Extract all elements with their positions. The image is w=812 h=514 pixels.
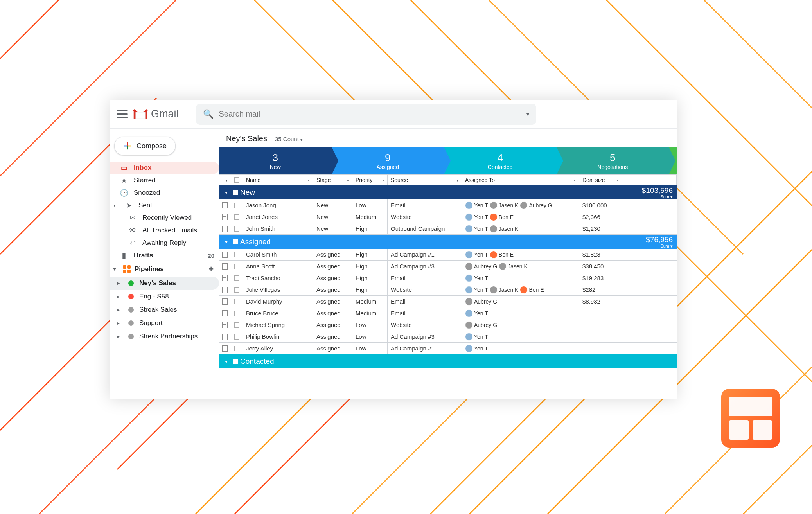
cell-name[interactable]: Traci Sancho — [243, 272, 313, 284]
row-icon[interactable] — [219, 343, 231, 354]
table-row[interactable]: David Murphy Assigned Medium Email Aubre… — [219, 296, 677, 307]
row-checkbox[interactable] — [234, 287, 239, 293]
chevron-right-icon[interactable]: ▸ — [117, 320, 123, 326]
cell-deal-size[interactable] — [579, 319, 622, 331]
cell-source[interactable]: Email — [387, 199, 462, 211]
chevron-right-icon[interactable]: ▸ — [117, 294, 123, 299]
sidebar-item-drafts[interactable]: ▮ Drafts 20 — [110, 249, 219, 262]
sidebar-item-starred[interactable]: ★ Starred — [110, 174, 219, 187]
column-priority[interactable]: Priority▾ — [352, 175, 387, 185]
row-icon[interactable] — [219, 307, 231, 319]
table-row[interactable]: Michael Spring Assigned Low Website Aubr… — [219, 319, 677, 331]
cell-assigned[interactable]: Yen TBen E — [462, 249, 579, 260]
row-checkbox[interactable] — [234, 334, 239, 340]
group-checkbox[interactable] — [233, 190, 238, 195]
chevron-down-icon[interactable]: ▾ — [221, 358, 231, 365]
group-checkbox[interactable] — [233, 359, 238, 364]
sidebar-item-snoozed[interactable]: 🕑 Snoozed — [110, 187, 219, 199]
cell-name[interactable]: Philip Bowlin — [243, 331, 313, 342]
row-checkbox[interactable] — [234, 299, 239, 304]
table-row[interactable]: John Smith New High Outbound Campaign Ye… — [219, 223, 677, 235]
cell-assigned[interactable]: Yen TJasen KBen E — [462, 284, 579, 295]
row-checkbox[interactable] — [234, 311, 239, 316]
cell-priority[interactable]: Low — [352, 199, 387, 211]
column-stage[interactable]: Stage▾ — [313, 175, 352, 185]
cell-name[interactable]: Janet Jones — [243, 211, 313, 223]
cell-deal-size[interactable] — [579, 307, 622, 319]
cell-assigned[interactable]: Yen TJasen K — [462, 223, 579, 234]
cell-priority[interactable]: High — [352, 272, 387, 284]
row-checkbox[interactable] — [234, 203, 239, 208]
cell-stage[interactable]: Assigned — [313, 261, 352, 272]
header-checkbox[interactable] — [231, 175, 243, 185]
row-checkbox[interactable] — [234, 214, 239, 220]
search-input[interactable] — [219, 110, 521, 119]
cell-source[interactable]: Website — [387, 211, 462, 223]
cell-name[interactable]: David Murphy — [243, 296, 313, 307]
row-icon[interactable] — [219, 199, 231, 211]
table-row[interactable]: Julie Villegas Assigned High Website Yen… — [219, 284, 677, 296]
cell-source[interactable]: Email — [387, 272, 462, 284]
cell-stage[interactable]: Assigned — [313, 284, 352, 295]
row-icon[interactable] — [219, 211, 231, 223]
sidebar-item-sent[interactable]: ▾ ➤ Sent — [110, 199, 219, 212]
cell-stage[interactable]: Assigned — [313, 249, 352, 260]
cell-priority[interactable]: High — [352, 223, 387, 234]
cell-priority[interactable]: High — [352, 261, 387, 272]
cell-source[interactable]: Website — [387, 284, 462, 295]
cell-deal-size[interactable]: $282 — [579, 284, 622, 295]
cell-deal-size[interactable]: $8,932 — [579, 296, 622, 307]
stage-new[interactable]: 3 New — [219, 147, 332, 174]
chevron-down-icon[interactable]: ▾ — [113, 203, 119, 208]
group-header[interactable]: ▾ Contacted — [219, 354, 677, 368]
cell-name[interactable]: Michael Spring — [243, 319, 313, 331]
table-row[interactable]: Carol Smith Assigned High Ad Campaign #1… — [219, 249, 677, 261]
cell-source[interactable]: Ad Campaign #3 — [387, 331, 462, 342]
pipeline-item[interactable]: ▸ Streak Sales — [110, 303, 219, 316]
cell-source[interactable]: Outbound Campaign — [387, 223, 462, 234]
cell-assigned[interactable]: Aubrey G — [462, 296, 579, 307]
chevron-down-icon[interactable]: ▾ — [113, 266, 119, 272]
table-row[interactable]: Philip Bowlin Assigned Low Ad Campaign #… — [219, 331, 677, 343]
row-icon[interactable] — [219, 223, 231, 234]
row-icon[interactable] — [219, 249, 231, 260]
search-options-icon[interactable]: ▾ — [526, 111, 529, 117]
cell-deal-size[interactable] — [579, 331, 622, 342]
cell-priority[interactable]: High — [352, 249, 387, 260]
row-checkbox[interactable] — [234, 346, 239, 351]
cell-name[interactable]: Anna Scott — [243, 261, 313, 272]
add-pipeline-button[interactable]: + — [208, 264, 214, 274]
pipeline-count[interactable]: 35 Count▾ — [275, 136, 303, 142]
cell-deal-size[interactable]: $19,283 — [579, 272, 622, 284]
cell-priority[interactable]: Low — [352, 319, 387, 331]
cell-priority[interactable]: Low — [352, 343, 387, 354]
cell-deal-size[interactable]: $2,366 — [579, 211, 622, 223]
cell-assigned[interactable]: Yen TBen E — [462, 211, 579, 223]
row-checkbox[interactable] — [234, 275, 239, 281]
chevron-right-icon[interactable]: ▸ — [117, 280, 123, 286]
cell-deal-size[interactable]: $100,000 — [579, 199, 622, 211]
cell-source[interactable]: Ad Campaign #3 — [387, 261, 462, 272]
cell-stage[interactable]: Assigned — [313, 319, 352, 331]
cell-name[interactable]: John Smith — [243, 223, 313, 234]
table-row[interactable]: Janet Jones New Medium Website Yen TBen … — [219, 211, 677, 223]
cell-name[interactable]: Julie Villegas — [243, 284, 313, 295]
cell-priority[interactable]: Medium — [352, 307, 387, 319]
cell-stage[interactable]: Assigned — [313, 307, 352, 319]
row-icon[interactable] — [219, 284, 231, 295]
cell-stage[interactable]: New — [313, 199, 352, 211]
sidebar-item-recently-viewed[interactable]: ✉ Recently Viewed — [110, 212, 219, 224]
cell-priority[interactable]: High — [352, 284, 387, 295]
chevron-right-icon[interactable]: ▸ — [117, 334, 123, 339]
cell-name[interactable]: Bruce Bruce — [243, 307, 313, 319]
stage-assigned[interactable]: 9 Assigned — [332, 147, 444, 174]
group-header[interactable]: ▾ New $103,596Sum ▾ — [219, 185, 677, 199]
cell-stage[interactable]: New — [313, 211, 352, 223]
cell-name[interactable]: Jerry Alley — [243, 343, 313, 354]
sum-dropdown[interactable]: Sum ▾ — [646, 244, 673, 248]
sidebar-item-awaiting-reply[interactable]: ↩ Awaiting Reply — [110, 237, 219, 249]
pipeline-item[interactable]: ▸ Ney's Sales — [110, 277, 219, 290]
cell-source[interactable]: Website — [387, 319, 462, 331]
row-icon[interactable] — [219, 296, 231, 307]
column-source[interactable]: Source▾ — [387, 175, 462, 185]
